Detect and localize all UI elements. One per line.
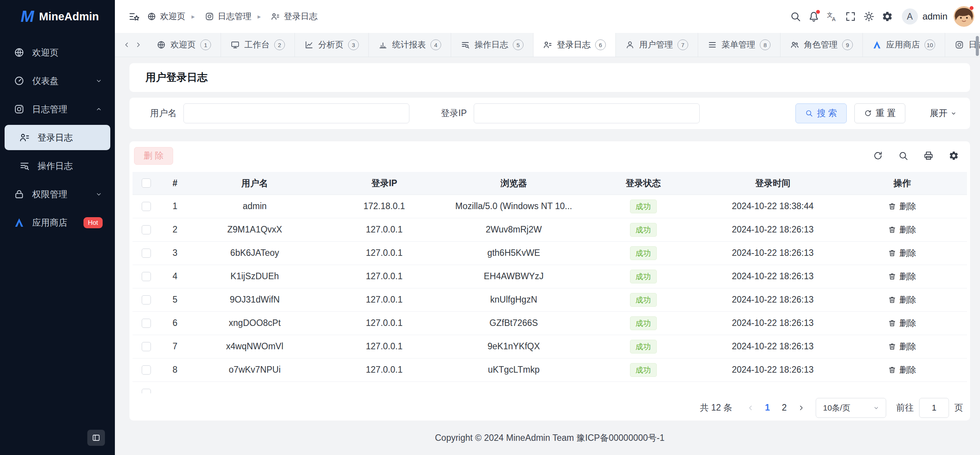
table-row: 2 Z9M1A1QvxX 127.0.0.1 2Wuv8mRj2W 成功 202… [133, 218, 967, 242]
cell-ip: 127.0.0.1 [319, 365, 449, 375]
tab-number-badge: 1 [200, 39, 211, 50]
sidebar-item[interactable]: 应用商店 Hot [5, 210, 110, 235]
sidebar-item[interactable]: 欢迎页 [5, 40, 110, 65]
row-delete-button[interactable]: 删除 [888, 318, 916, 329]
row-checkbox[interactable] [142, 272, 151, 281]
sun-icon[interactable] [860, 7, 878, 26]
tab-label: 角色管理 [804, 39, 838, 51]
cell-time: 2024-10-22 18:26:13 [708, 318, 838, 328]
row-checkbox[interactable] [142, 342, 151, 351]
assistant-avatar[interactable] [954, 6, 974, 27]
gear-icon[interactable] [946, 148, 962, 164]
row-checkbox[interactable] [142, 202, 151, 211]
row-checkbox[interactable] [142, 389, 151, 393]
row-delete-button[interactable]: 删除 [888, 341, 916, 352]
sidebar-item[interactable]: 权限管理 [5, 182, 110, 207]
page-number-button[interactable]: 2 [776, 399, 793, 416]
chevron-down-icon [95, 190, 103, 198]
chevron-down-icon [950, 110, 957, 117]
search-button[interactable]: 搜 索 [795, 103, 846, 123]
tab[interactable]: 统计报表 4 [369, 33, 451, 57]
row-checkbox[interactable] [142, 225, 151, 234]
star-menu-icon[interactable] [125, 7, 143, 26]
row-delete-button[interactable]: 删除 [888, 364, 916, 376]
breadcrumb-item[interactable]: 欢迎页 [147, 11, 185, 22]
row-delete-button[interactable]: 删除 [888, 247, 916, 259]
tab[interactable]: 角色管理 9 [780, 33, 863, 57]
page-title-card: 用户登录日志 [129, 63, 970, 92]
delete-button[interactable]: 删 除 [134, 147, 173, 165]
globe-icon [14, 47, 25, 58]
row-checkbox[interactable] [142, 365, 151, 375]
table-header-row: #用户名登录IP浏览器登录状态登录时间操作 [133, 172, 967, 195]
username-input[interactable] [183, 103, 409, 123]
sidebar-item[interactable]: 登录日志 [5, 125, 110, 150]
row-delete-button[interactable]: 删除 [888, 201, 916, 212]
expand-button[interactable]: 展开 [930, 107, 957, 119]
row-delete-button[interactable]: 删除 [888, 271, 916, 282]
reset-button[interactable]: 重 置 [854, 103, 905, 123]
chevron-down-icon [873, 404, 880, 411]
tab[interactable]: 菜单管理 8 [698, 33, 780, 57]
globe-icon [147, 12, 156, 21]
select-all-checkbox[interactable] [142, 178, 151, 188]
row-checkbox[interactable] [142, 295, 151, 304]
column-header: # [160, 178, 190, 188]
app-logo[interactable]: M MineAdmin [0, 0, 115, 33]
reset-icon [864, 109, 872, 117]
tabs-scroll-left-button[interactable] [121, 37, 133, 52]
row-delete-button[interactable]: 删除 [888, 294, 916, 306]
cell-time: 2024-10-22 18:26:13 [708, 271, 838, 282]
refresh-icon[interactable] [870, 148, 886, 164]
gear-icon[interactable] [878, 7, 897, 26]
tab[interactable]: 应用商店 10 [863, 33, 945, 57]
tab[interactable]: 登录日志 6 [533, 33, 616, 57]
table-tool-icons [870, 148, 965, 164]
bell-icon[interactable] [805, 7, 823, 26]
sidebar-item[interactable]: 日志管理 [5, 97, 110, 122]
sidebar-item[interactable]: 操作日志 [5, 153, 110, 178]
row-checkbox[interactable] [142, 249, 151, 258]
monitor-icon [231, 40, 240, 49]
log-icon [14, 104, 25, 115]
tab[interactable]: 欢迎页 1 [147, 33, 221, 57]
tab-label: 工作台 [244, 39, 270, 51]
cell-index: 4 [160, 271, 190, 282]
collapse-sidebar-button[interactable] [87, 430, 105, 446]
search-icon[interactable] [786, 7, 805, 26]
avatar-notification-dot [970, 6, 973, 10]
page-size-select[interactable]: 10条/页 [816, 398, 886, 418]
user-avatar-initial[interactable]: A [902, 8, 918, 25]
scrollbar-thumb[interactable] [976, 36, 979, 56]
goto-unit-label: 页 [954, 402, 963, 414]
row-delete-button[interactable]: 删除 [888, 224, 916, 236]
column-header: 登录状态 [578, 177, 708, 189]
next-page-button[interactable] [793, 399, 810, 416]
cell-index: 5 [160, 295, 190, 305]
pagination: 共 12 条 12 10条/页 前往 页 [133, 398, 967, 418]
copyright-text: Copyright © 2024 MineAdmin Team 豫ICP备000… [435, 432, 665, 444]
tab[interactable]: 分析页 3 [295, 33, 369, 57]
search-icon[interactable] [895, 148, 911, 164]
tab[interactable]: 操作日志 5 [451, 33, 533, 57]
sidebar-item[interactable]: 仪表盘 [5, 68, 110, 93]
breadcrumb-item[interactable]: 日志管理 [185, 11, 252, 22]
trash-icon [888, 249, 896, 257]
cell-browser: knUlfgHgzN [449, 295, 578, 305]
tab[interactable]: 用户管理 7 [616, 33, 698, 57]
sidebar-item-label: 欢迎页 [32, 47, 59, 59]
ip-input[interactable] [474, 103, 700, 123]
prev-page-button[interactable] [742, 399, 759, 416]
tab[interactable]: 日志管理 11 [945, 33, 980, 57]
table-row: 5 9OJ31dWifN 127.0.0.1 knUlfgHgzN 成功 202… [133, 288, 967, 312]
cell-ip: 172.18.0.1 [319, 201, 449, 211]
translate-icon[interactable] [823, 7, 841, 26]
breadcrumb-item[interactable]: 登录日志 [252, 11, 318, 22]
fullscreen-icon[interactable] [841, 7, 860, 26]
print-icon[interactable] [920, 148, 936, 164]
page-number-button[interactable]: 1 [759, 399, 776, 416]
row-checkbox[interactable] [142, 319, 151, 328]
tabs-scroll-right-button[interactable] [133, 37, 144, 52]
tab[interactable]: 工作台 2 [221, 33, 295, 57]
goto-page-input[interactable] [919, 398, 949, 418]
